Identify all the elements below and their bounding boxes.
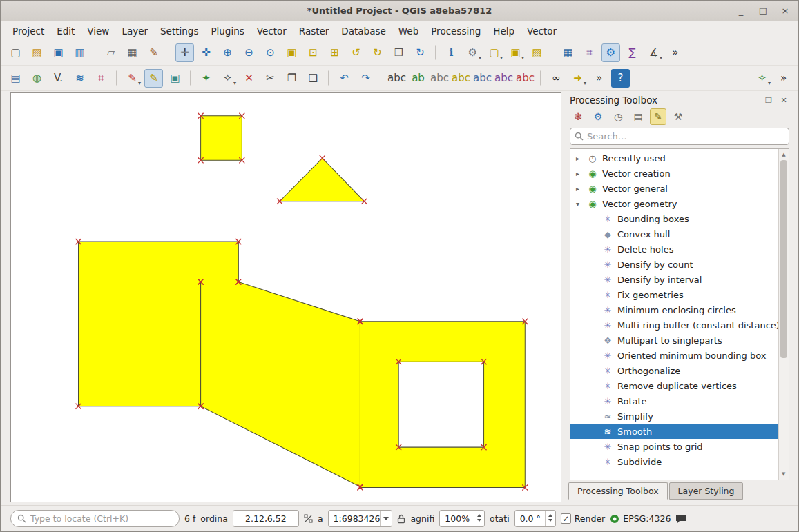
open-attribute-table-button[interactable]: ▦ <box>559 43 577 62</box>
titlebar[interactable]: *Untitled Project - QGIS a8eba57812 _ □ … <box>1 1 798 21</box>
separator[interactable] <box>116 70 117 86</box>
move-label-button[interactable]: abc <box>473 69 492 88</box>
menu-item[interactable]: Project <box>6 23 50 39</box>
select-features-button[interactable]: ▢ <box>485 43 503 62</box>
messages-icon[interactable] <box>675 514 686 524</box>
select-by-value-button[interactable]: ▣ <box>506 43 525 62</box>
undo-button[interactable]: ↶ <box>335 69 354 88</box>
alg-multi-ring-buffer[interactable]: ✳ Multi-ring buffer (constant distance) <box>570 317 778 333</box>
alg-snap-points-to-grid[interactable]: ✳ Snap points to grid <box>570 439 778 454</box>
options-icon[interactable]: ⚒ <box>670 108 686 125</box>
dock-float-icon[interactable]: ❐ <box>763 95 774 106</box>
scale-combo[interactable]: 1:6983426 <box>328 510 393 527</box>
processing-toolbox-button[interactable]: ⚙ <box>601 43 620 62</box>
zoom-full-button[interactable]: ▣ <box>282 43 301 62</box>
style-manager-button[interactable]: ✎ <box>144 43 163 62</box>
deselect-all-button[interactable]: ▨ <box>528 43 546 62</box>
new-map-view-button[interactable]: ❒ <box>389 43 408 62</box>
toolbar2-extension2-button[interactable]: » <box>774 69 793 88</box>
help-contents-button[interactable]: ? <box>611 69 630 88</box>
menu-item[interactable]: Database <box>335 23 392 39</box>
zoom-native-button[interactable]: ⊙ <box>261 43 280 62</box>
history-icon[interactable]: ◷ <box>610 108 626 125</box>
add-delimited-text-button[interactable]: ⌗ <box>92 69 110 88</box>
layout-manager-button[interactable]: ▦ <box>123 43 142 62</box>
models-icon[interactable]: ❃ <box>570 108 586 125</box>
add-vector-layer-button[interactable]: V. <box>49 69 68 88</box>
delete-selected-button[interactable]: ✕ <box>240 69 258 88</box>
menu-item[interactable]: Edit <box>50 23 81 39</box>
alg-multipart-to-singleparts[interactable]: ❖ Multipart to singleparts <box>570 333 778 348</box>
scroll-up-icon[interactable] <box>779 149 789 159</box>
group-vector-geometry[interactable]: ◉ Vector geometry <box>570 196 778 211</box>
open-project-button[interactable]: ▨ <box>28 43 46 62</box>
zoom-next-button[interactable]: ↻ <box>368 43 387 62</box>
plugin-arrow-button[interactable]: ➜ <box>568 69 587 88</box>
alg-densify-by-interval[interactable]: ✳ Densify by interval <box>570 272 778 287</box>
zoom-last-button[interactable]: ↺ <box>347 43 365 62</box>
rotation-spinbox[interactable]: 0.0 ° <box>514 510 556 527</box>
separator[interactable] <box>328 70 329 86</box>
edit-features-inplace-icon[interactable]: ✎ <box>650 108 666 125</box>
binoculars-button[interactable]: ∞ <box>547 69 566 88</box>
redo-button[interactable]: ↷ <box>356 69 375 88</box>
spacer[interactable] <box>633 69 750 88</box>
tree-scrollbar[interactable] <box>778 149 789 480</box>
group-recently-used[interactable]: ◷ Recently used <box>570 150 778 166</box>
copy-features-button[interactable]: ❐ <box>282 69 301 88</box>
separator[interactable] <box>552 45 553 60</box>
alg-simplify[interactable]: ≈ Simplify <box>570 408 778 424</box>
menu-item[interactable]: Plugins <box>204 23 250 39</box>
expand-arrow-icon[interactable] <box>576 185 583 193</box>
chevron-down-icon[interactable] <box>380 511 392 526</box>
tab-processing-toolbox[interactable]: Processing Toolbox <box>568 482 668 500</box>
change-label-button[interactable]: abc <box>516 69 535 88</box>
separator[interactable] <box>190 70 191 86</box>
extents-icon[interactable] <box>304 514 313 523</box>
separator[interactable] <box>169 45 170 60</box>
highlight-labels-button[interactable]: abc <box>452 69 470 88</box>
menu-item[interactable]: View <box>81 23 115 39</box>
zoom-to-layer-button[interactable]: ⊞ <box>325 43 344 62</box>
menu-item[interactable]: Help <box>487 23 521 39</box>
results-viewer-icon[interactable]: ▤ <box>630 108 646 125</box>
measure-button[interactable]: ∡ <box>644 43 663 62</box>
alg-oriented-minimum-bounding-box[interactable]: ✳ Oriented minimum bounding box <box>570 348 778 363</box>
alg-minimum-enclosing-circles[interactable]: ✳ Minimum enclosing circles <box>570 302 778 317</box>
rotate-label-button[interactable]: abc <box>494 69 513 88</box>
render-checkbox[interactable] <box>561 513 571 524</box>
toggle-editing-button[interactable]: ✎ <box>144 69 163 88</box>
minimize-button[interactable]: _ <box>733 3 749 19</box>
separator[interactable] <box>540 70 541 86</box>
save-project-button[interactable]: ▣ <box>49 43 68 62</box>
spinner-arrows[interactable] <box>545 511 555 526</box>
group-vector-general[interactable]: ◉ Vector general <box>570 181 778 196</box>
alg-orthogonalize[interactable]: ✳ Orthogonalize <box>570 363 778 378</box>
scrollbar-thumb[interactable] <box>780 160 787 358</box>
coordinate-input[interactable] <box>233 510 299 527</box>
alg-subdivide[interactable]: ✳ Subdivide <box>570 454 778 469</box>
cut-features-button[interactable]: ✂ <box>261 69 280 88</box>
close-button[interactable]: × <box>778 3 793 19</box>
layer-labeling-button[interactable]: abc <box>387 69 406 88</box>
add-mesh-layer-button[interactable]: ≋ <box>70 69 89 88</box>
dock-close-icon[interactable]: ✕ <box>778 95 789 106</box>
menu-item[interactable]: Vector <box>251 23 293 39</box>
zoom-out-button[interactable]: ⊖ <box>240 43 258 62</box>
zoom-to-selection-button[interactable]: ⊡ <box>304 43 323 62</box>
pan-to-selection-button[interactable]: ✜ <box>197 43 215 62</box>
separator[interactable] <box>435 45 436 60</box>
separator[interactable] <box>95 45 96 60</box>
run-feature-action-button[interactable]: ⚙ <box>463 43 482 62</box>
pan-map-button[interactable]: ✛ <box>175 43 194 62</box>
alg-remove-duplicate-vertices[interactable]: ✳ Remove duplicate vertices <box>570 378 778 393</box>
alg-convex-hull[interactable]: ◆ Convex hull <box>570 226 778 242</box>
map-canvas[interactable] <box>10 92 561 502</box>
expand-arrow-icon[interactable] <box>576 200 583 208</box>
scripts-icon[interactable]: ⚙ <box>590 108 606 125</box>
separator[interactable] <box>381 70 382 86</box>
current-edits-button[interactable]: ✎ <box>123 69 142 88</box>
identify-features-button[interactable]: ℹ <box>442 43 461 62</box>
add-polygon-feature-button[interactable]: ✦ <box>197 69 215 88</box>
statistical-summary-button[interactable]: ∑ <box>623 43 642 62</box>
